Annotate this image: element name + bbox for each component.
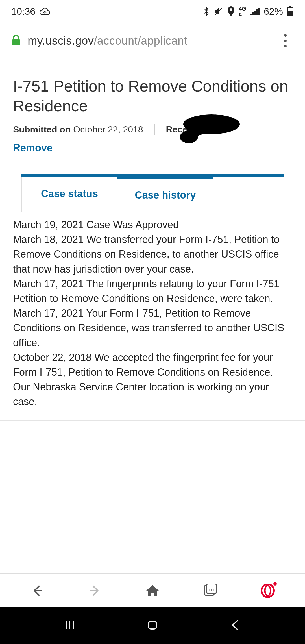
page-content: I-751 Petition to Remove Conditions on R… [0,59,305,430]
cloud-sync-icon [40,7,50,15]
submitted-label: Submitted on [13,124,73,134]
network-4g-icon: 4G⇅ [239,6,246,16]
redaction-mark [178,113,240,144]
svg-rect-25 [149,621,156,629]
page-title: I-751 Petition to Remove Conditions on R… [13,76,292,116]
url-path: /account/applicant [94,34,187,47]
history-entry: March 17, 2021 The fingerprints relating… [13,277,292,306]
url-host: my.uscis.gov [28,34,94,47]
svg-rect-16 [207,584,216,593]
forward-button[interactable] [86,582,103,599]
svg-point-1 [230,8,232,11]
svg-rect-6 [258,8,260,15]
svg-point-19 [213,589,214,591]
case-meta-row: Submitted on October 22, 2018 Receipt # … [13,124,292,135]
browser-address-bar[interactable]: my.uscis.gov/account/applicant [0,23,305,59]
svg-rect-3 [252,12,254,15]
tab-case-status[interactable]: Case status [21,177,117,212]
browser-bottom-nav [0,573,305,607]
tab-case-history[interactable]: Case history [117,176,213,212]
url-display[interactable]: my.uscis.gov/account/applicant [28,34,270,47]
sys-home-button[interactable] [146,618,159,633]
svg-rect-4 [254,11,256,15]
battery-icon [287,6,294,16]
tabs-button[interactable] [202,582,219,599]
submitted-date: October 22, 2018 [73,124,143,134]
history-entry: March 18, 2021 We transferred your Form … [13,232,292,277]
lock-icon [11,35,21,47]
location-icon [227,6,235,16]
home-button[interactable] [144,582,161,599]
svg-rect-9 [288,11,293,16]
svg-rect-5 [256,9,258,15]
opera-menu-button[interactable] [259,582,276,599]
remove-link[interactable]: Remove [13,142,53,154]
sys-back-button[interactable] [228,618,242,633]
system-nav-bar [0,607,305,644]
clock-text: 10:36 [11,6,35,17]
receipt-meta: Receipt # LIN [155,124,223,135]
battery-percent: 62% [264,6,283,17]
case-history-list: March 19, 2021 Case Was Approved March 1… [13,212,292,420]
browser-menu-button[interactable] [277,34,294,47]
bluetooth-icon [203,6,210,16]
tabs-container: Case status Case history [21,174,284,212]
history-entry: March 17, 2021 Your Form I-751, Petition… [13,306,292,350]
back-button[interactable] [29,582,46,599]
notification-dot-icon [273,582,277,586]
submitted-meta: Submitted on October 22, 2018 [13,124,155,135]
svg-rect-10 [12,39,20,45]
status-bar: 10:36 4G⇅ 62% [0,0,305,23]
mute-icon [214,6,223,16]
svg-point-17 [209,589,210,591]
history-entry: October 22, 2018 We accepted the fingerp… [13,350,292,409]
svg-point-21 [265,586,271,596]
signal-icon [250,7,260,15]
history-entry: March 19, 2021 Case Was Approved [13,217,292,232]
svg-point-18 [211,589,212,591]
recents-button[interactable] [63,618,77,633]
svg-rect-2 [250,14,252,15]
